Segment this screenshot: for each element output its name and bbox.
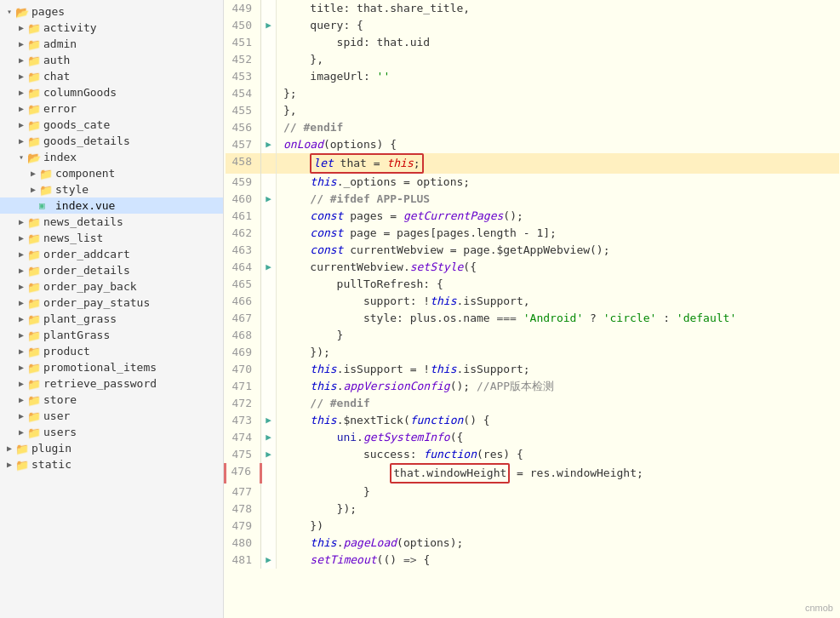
sidebar-item-order_details[interactable]: ▶📁order_details xyxy=(0,262,223,278)
folder-icon: 📂 xyxy=(15,6,29,18)
tree-arrow-users: ▶ xyxy=(15,427,27,437)
sidebar-label-plantGrass: plantGrass xyxy=(43,329,110,341)
sidebar-label-auth: auth xyxy=(43,54,70,66)
line-gutter xyxy=(261,344,277,361)
line-number: 479 xyxy=(226,518,261,535)
line-content: // #endif xyxy=(277,395,839,412)
code-table: 449 title: that.share_title,450▶ query: … xyxy=(224,0,840,569)
line-content: // #endif xyxy=(277,119,839,136)
sidebar-item-auth[interactable]: ▶📁auth xyxy=(0,52,223,68)
line-content: let that = this; xyxy=(277,153,839,174)
line-number: 454 xyxy=(226,85,261,102)
sidebar-label-index: index xyxy=(43,151,77,163)
sidebar-label-order_details: order_details xyxy=(43,264,130,277)
sidebar-label-pages: pages xyxy=(31,5,65,18)
code-line-470: 470 this.isSupport = !this.isSupport; xyxy=(226,361,839,378)
sidebar-item-admin[interactable]: ▶📁admin xyxy=(0,36,223,52)
sidebar-label-chat: chat xyxy=(43,70,70,83)
line-content: }); xyxy=(277,501,839,518)
line-gutter xyxy=(261,34,277,51)
sidebar-item-news_list[interactable]: ▶📁news_list xyxy=(0,230,223,246)
line-content: } xyxy=(277,484,839,501)
sidebar-item-plantGrass[interactable]: ▶📁plantGrass xyxy=(0,327,223,343)
sidebar-item-order_addcart[interactable]: ▶📁order_addcart xyxy=(0,246,223,262)
sidebar-item-promotional_items[interactable]: ▶📁promotional_items xyxy=(0,359,223,375)
tree-arrow-admin: ▶ xyxy=(15,39,27,49)
sidebar-item-style[interactable]: ▶📁style xyxy=(0,181,223,197)
sidebar-item-product[interactable]: ▶📁product xyxy=(0,343,223,359)
sidebar-label-static: static xyxy=(31,458,71,471)
line-number: 466 xyxy=(226,293,261,310)
code-line-450: 450▶ query: { xyxy=(226,17,839,34)
highlight-box-this: let that = this; xyxy=(310,153,423,174)
line-gutter xyxy=(261,174,277,191)
tree-arrow-order_pay_status: ▶ xyxy=(15,298,27,307)
line-number: 463 xyxy=(226,242,261,259)
sidebar-item-error[interactable]: ▶📁error xyxy=(0,100,223,117)
line-content: }; xyxy=(277,85,839,102)
line-number: 468 xyxy=(226,327,261,344)
line-number: 451 xyxy=(226,34,261,51)
line-gutter: ▶ xyxy=(261,136,277,153)
sidebar-item-goods_details[interactable]: ▶📁goods_details xyxy=(0,133,223,149)
sidebar-item-retrieve_password[interactable]: ▶📁retrieve_password xyxy=(0,375,223,392)
code-line-467: 467 style: plus.os.name === 'Android' ? … xyxy=(226,310,839,327)
sidebar-item-pages[interactable]: ▾📂pages xyxy=(0,3,223,20)
line-gutter xyxy=(261,501,277,518)
tree-arrow-order_pay_back: ▶ xyxy=(15,282,27,291)
line-content: success: function(res) { xyxy=(277,446,839,463)
sidebar-item-index.vue[interactable]: ▣index.vue xyxy=(0,197,223,214)
folder-icon: 📁 xyxy=(15,443,29,455)
code-line-453: 453 imageUrl: '' xyxy=(226,68,839,85)
sidebar-item-goods_cate[interactable]: ▶📁goods_cate xyxy=(0,117,223,133)
sidebar-item-plant_grass[interactable]: ▶📁plant_grass xyxy=(0,311,223,327)
sidebar-item-users[interactable]: ▶📁users xyxy=(0,424,223,440)
tree-arrow-user: ▶ xyxy=(15,411,27,421)
folder-icon: 📁 xyxy=(27,87,41,99)
line-content: title: that.share_title, xyxy=(277,0,839,17)
watermark: cnmob xyxy=(805,603,833,613)
sidebar-label-users: users xyxy=(43,426,77,438)
sidebar-item-order_pay_back[interactable]: ▶📁order_pay_back xyxy=(0,278,223,295)
sidebar-label-error: error xyxy=(43,102,77,115)
code-line-457: 457▶onLoad(options) { xyxy=(226,136,839,153)
sidebar-item-component[interactable]: ▶📁component xyxy=(0,165,223,181)
sidebar-label-goods_details: goods_details xyxy=(43,134,130,147)
sidebar-item-store[interactable]: ▶📁store xyxy=(0,392,223,408)
line-number: 461 xyxy=(226,208,261,225)
tree-arrow-retrieve_password: ▶ xyxy=(15,379,27,388)
tree-arrow-plugin: ▶ xyxy=(3,443,15,453)
line-content: } xyxy=(277,327,839,344)
sidebar-item-order_pay_status[interactable]: ▶📁order_pay_status xyxy=(0,295,223,311)
line-number: 460 xyxy=(226,191,261,208)
tree-arrow-columnGoods: ▶ xyxy=(15,88,27,97)
line-number: 478 xyxy=(226,501,261,518)
sidebar-item-activity[interactable]: ▶📁activity xyxy=(0,20,223,36)
sidebar-item-chat[interactable]: ▶📁chat xyxy=(0,68,223,84)
code-line-454: 454}; xyxy=(226,85,839,102)
line-gutter xyxy=(261,535,277,552)
sidebar-item-index[interactable]: ▾📂index xyxy=(0,149,223,165)
sidebar-item-plugin[interactable]: ▶📁plugin xyxy=(0,440,223,456)
line-gutter: ▶ xyxy=(261,429,277,446)
code-line-474: 474▶ uni.getSystemInfo({ xyxy=(226,429,839,446)
line-content: }); xyxy=(277,344,839,361)
code-line-464: 464▶ currentWebview.setStyle({ xyxy=(226,259,839,276)
line-gutter: ▶ xyxy=(261,446,277,463)
sidebar-item-columnGoods[interactable]: ▶📁columnGoods xyxy=(0,84,223,100)
line-number: 453 xyxy=(226,68,261,85)
folder-icon: 📂 xyxy=(27,152,41,163)
tree-arrow-pages: ▾ xyxy=(3,7,15,16)
sidebar-item-user[interactable]: ▶📁user xyxy=(0,408,223,424)
sidebar-label-user: user xyxy=(43,409,70,422)
file-tree[interactable]: ▾📂pages▶📁activity▶📁admin▶📁auth▶📁chat▶📁co… xyxy=(0,0,224,618)
code-line-472: 472 // #endif xyxy=(226,395,839,412)
code-line-449: 449 title: that.share_title, xyxy=(226,0,839,17)
code-line-478: 478 }); xyxy=(226,501,839,518)
line-number: 472 xyxy=(226,395,261,412)
line-content: this.appVersionConfig(); //APP版本检测 xyxy=(277,378,839,395)
sidebar-item-news_details[interactable]: ▶📁news_details xyxy=(0,214,223,230)
sidebar-item-static[interactable]: ▶📁static xyxy=(0,456,223,472)
code-line-468: 468 } xyxy=(226,327,839,344)
line-content: uni.getSystemInfo({ xyxy=(277,429,839,446)
